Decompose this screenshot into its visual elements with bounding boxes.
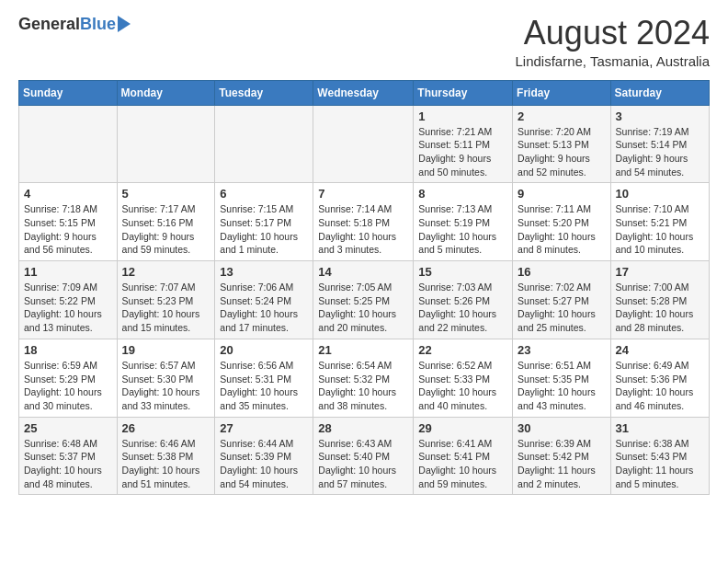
calendar-cell: 21Sunrise: 6:54 AMSunset: 5:32 PMDayligh…: [313, 339, 414, 417]
day-info: Sunrise: 7:11 AMSunset: 5:20 PMDaylight:…: [518, 202, 606, 257]
calendar-table: SundayMondayTuesdayWednesdayThursdayFrid…: [18, 80, 710, 496]
day-number: 30: [518, 421, 606, 435]
calendar-cell: 28Sunrise: 6:43 AMSunset: 5:40 PMDayligh…: [313, 417, 414, 495]
calendar-cell: 10Sunrise: 7:10 AMSunset: 5:21 PMDayligh…: [610, 183, 709, 261]
calendar-cell: [215, 105, 313, 183]
title-area: August 2024 Lindisfarne, Tasmania, Austr…: [515, 15, 710, 69]
day-number: 24: [616, 343, 704, 357]
main-title: August 2024: [515, 15, 710, 52]
calendar-cell: 23Sunrise: 6:51 AMSunset: 5:35 PMDayligh…: [513, 339, 611, 417]
day-info: Sunrise: 7:06 AMSunset: 5:24 PMDaylight:…: [220, 281, 308, 335]
calendar-cell: 29Sunrise: 6:41 AMSunset: 5:41 PMDayligh…: [414, 417, 513, 495]
day-info: Sunrise: 6:51 AMSunset: 5:35 PMDaylight:…: [518, 359, 606, 413]
day-header-sunday: Sunday: [19, 80, 118, 105]
day-info: Sunrise: 6:52 AMSunset: 5:33 PMDaylight:…: [418, 359, 507, 413]
week-row-3: 11Sunrise: 7:09 AMSunset: 5:22 PMDayligh…: [19, 261, 710, 339]
day-number: 12: [122, 265, 210, 279]
day-info: Sunrise: 7:02 AMSunset: 5:27 PMDaylight:…: [518, 281, 606, 335]
calendar-cell: 24Sunrise: 6:49 AMSunset: 5:36 PMDayligh…: [610, 339, 709, 417]
day-number: 3: [616, 109, 704, 123]
calendar-cell: 25Sunrise: 6:48 AMSunset: 5:37 PMDayligh…: [19, 417, 118, 495]
day-info: Sunrise: 6:38 AMSunset: 5:43 PMDaylight:…: [616, 437, 704, 491]
day-number: 23: [518, 343, 606, 357]
calendar-body: 1Sunrise: 7:21 AMSunset: 5:11 PMDaylight…: [19, 105, 710, 495]
logo: General Blue: [18, 15, 131, 34]
day-number: 6: [220, 187, 308, 201]
day-number: 18: [24, 343, 112, 357]
day-info: Sunrise: 6:39 AMSunset: 5:42 PMDaylight:…: [518, 437, 606, 491]
day-number: 16: [518, 265, 606, 279]
day-header-monday: Monday: [117, 80, 215, 105]
week-row-1: 1Sunrise: 7:21 AMSunset: 5:11 PMDaylight…: [19, 105, 710, 183]
week-row-5: 25Sunrise: 6:48 AMSunset: 5:37 PMDayligh…: [19, 417, 710, 495]
calendar-cell: 3Sunrise: 7:19 AMSunset: 5:14 PMDaylight…: [610, 105, 709, 183]
calendar-cell: 9Sunrise: 7:11 AMSunset: 5:20 PMDaylight…: [513, 183, 611, 261]
day-header-saturday: Saturday: [610, 80, 709, 105]
day-header-thursday: Thursday: [414, 80, 513, 105]
week-row-4: 18Sunrise: 6:59 AMSunset: 5:29 PMDayligh…: [19, 339, 710, 417]
calendar-cell: 2Sunrise: 7:20 AMSunset: 5:13 PMDaylight…: [513, 105, 611, 183]
day-info: Sunrise: 6:59 AMSunset: 5:29 PMDaylight:…: [24, 359, 112, 413]
header: General Blue August 2024 Lindisfarne, Ta…: [18, 15, 710, 69]
day-info: Sunrise: 7:00 AMSunset: 5:28 PMDaylight:…: [616, 281, 704, 335]
calendar-cell: 18Sunrise: 6:59 AMSunset: 5:29 PMDayligh…: [19, 339, 118, 417]
day-info: Sunrise: 6:49 AMSunset: 5:36 PMDaylight:…: [616, 359, 704, 413]
day-number: 17: [616, 265, 704, 279]
day-header-friday: Friday: [513, 80, 611, 105]
logo-blue-text: Blue: [80, 15, 116, 34]
day-info: Sunrise: 7:19 AMSunset: 5:14 PMDaylight:…: [616, 125, 704, 179]
day-number: 28: [318, 421, 408, 435]
week-row-2: 4Sunrise: 7:18 AMSunset: 5:15 PMDaylight…: [19, 183, 710, 261]
day-number: 21: [318, 343, 408, 357]
calendar-cell: 20Sunrise: 6:56 AMSunset: 5:31 PMDayligh…: [215, 339, 313, 417]
day-info: Sunrise: 6:57 AMSunset: 5:30 PMDaylight:…: [122, 359, 210, 413]
day-info: Sunrise: 6:46 AMSunset: 5:38 PMDaylight:…: [122, 437, 210, 491]
day-number: 1: [418, 109, 507, 123]
day-info: Sunrise: 6:41 AMSunset: 5:41 PMDaylight:…: [418, 437, 507, 491]
day-number: 27: [220, 421, 308, 435]
calendar-cell: 1Sunrise: 7:21 AMSunset: 5:11 PMDaylight…: [414, 105, 513, 183]
day-number: 13: [220, 265, 308, 279]
day-number: 29: [418, 421, 507, 435]
day-number: 25: [24, 421, 112, 435]
day-info: Sunrise: 7:13 AMSunset: 5:19 PMDaylight:…: [418, 202, 507, 257]
day-info: Sunrise: 6:56 AMSunset: 5:31 PMDaylight:…: [220, 359, 308, 413]
calendar-cell: 26Sunrise: 6:46 AMSunset: 5:38 PMDayligh…: [117, 417, 215, 495]
calendar-cell: 16Sunrise: 7:02 AMSunset: 5:27 PMDayligh…: [513, 261, 611, 339]
calendar-cell: 22Sunrise: 6:52 AMSunset: 5:33 PMDayligh…: [414, 339, 513, 417]
day-info: Sunrise: 7:18 AMSunset: 5:15 PMDaylight:…: [24, 202, 112, 257]
day-number: 7: [318, 187, 408, 201]
day-info: Sunrise: 7:21 AMSunset: 5:11 PMDaylight:…: [418, 125, 507, 179]
day-info: Sunrise: 7:09 AMSunset: 5:22 PMDaylight:…: [24, 281, 112, 335]
day-info: Sunrise: 7:15 AMSunset: 5:17 PMDaylight:…: [220, 202, 308, 257]
day-number: 19: [122, 343, 210, 357]
calendar-cell: 15Sunrise: 7:03 AMSunset: 5:26 PMDayligh…: [414, 261, 513, 339]
day-info: Sunrise: 7:10 AMSunset: 5:21 PMDaylight:…: [616, 202, 704, 257]
day-number: 14: [318, 265, 408, 279]
day-info: Sunrise: 6:43 AMSunset: 5:40 PMDaylight:…: [318, 437, 408, 491]
day-info: Sunrise: 7:17 AMSunset: 5:16 PMDaylight:…: [122, 202, 210, 257]
day-number: 2: [518, 109, 606, 123]
day-info: Sunrise: 7:03 AMSunset: 5:26 PMDaylight:…: [418, 281, 507, 335]
day-number: 20: [220, 343, 308, 357]
day-info: Sunrise: 6:48 AMSunset: 5:37 PMDaylight:…: [24, 437, 112, 491]
calendar-cell: 13Sunrise: 7:06 AMSunset: 5:24 PMDayligh…: [215, 261, 313, 339]
day-number: 15: [418, 265, 507, 279]
day-number: 10: [616, 187, 704, 201]
calendar-cell: 19Sunrise: 6:57 AMSunset: 5:30 PMDayligh…: [117, 339, 215, 417]
calendar-cell: 30Sunrise: 6:39 AMSunset: 5:42 PMDayligh…: [513, 417, 611, 495]
day-info: Sunrise: 7:07 AMSunset: 5:23 PMDaylight:…: [122, 281, 210, 335]
calendar-cell: 12Sunrise: 7:07 AMSunset: 5:23 PMDayligh…: [117, 261, 215, 339]
calendar-cell: [313, 105, 414, 183]
day-number: 31: [616, 421, 704, 435]
calendar-cell: 7Sunrise: 7:14 AMSunset: 5:18 PMDaylight…: [313, 183, 414, 261]
calendar-cell: 4Sunrise: 7:18 AMSunset: 5:15 PMDaylight…: [19, 183, 118, 261]
calendar-cell: [117, 105, 215, 183]
day-header-tuesday: Tuesday: [215, 80, 313, 105]
calendar-cell: 11Sunrise: 7:09 AMSunset: 5:22 PMDayligh…: [19, 261, 118, 339]
logo-arrow-icon: [118, 16, 131, 32]
subtitle: Lindisfarne, Tasmania, Australia: [515, 53, 710, 69]
day-header-wednesday: Wednesday: [313, 80, 414, 105]
day-info: Sunrise: 7:14 AMSunset: 5:18 PMDaylight:…: [318, 202, 408, 257]
calendar-cell: 8Sunrise: 7:13 AMSunset: 5:19 PMDaylight…: [414, 183, 513, 261]
